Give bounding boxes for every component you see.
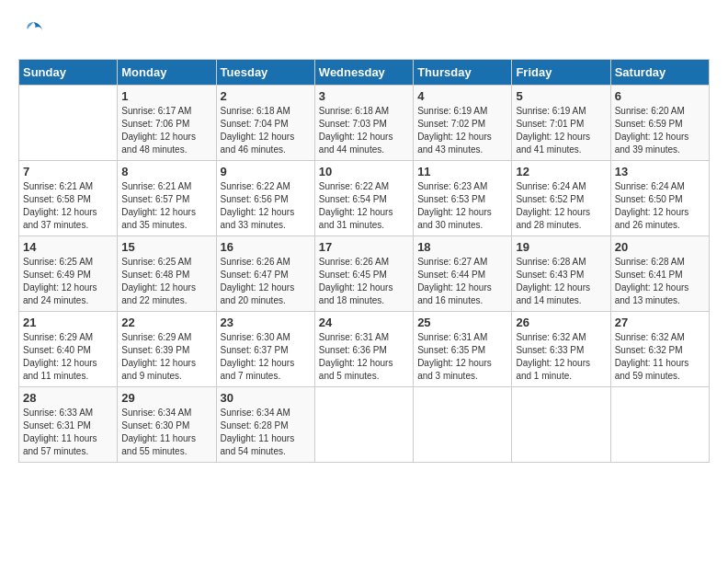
- day-info: Sunrise: 6:19 AM Sunset: 7:01 PM Dayligh…: [516, 105, 606, 156]
- day-number: 12: [516, 165, 606, 178]
- day-number: 13: [615, 165, 705, 178]
- day-info: Sunrise: 6:29 AM Sunset: 6:40 PM Dayligh…: [23, 331, 113, 383]
- calendar-cell: 17Sunrise: 6:26 AM Sunset: 6:45 PM Dayli…: [314, 236, 413, 312]
- calendar-cell: [512, 387, 610, 463]
- day-number: 18: [417, 240, 507, 254]
- day-number: 4: [417, 89, 507, 103]
- calendar-cell: 15Sunrise: 6:25 AM Sunset: 6:48 PM Dayli…: [118, 236, 216, 312]
- day-info: Sunrise: 6:22 AM Sunset: 6:54 PM Dayligh…: [319, 180, 409, 232]
- calendar-cell: 18Sunrise: 6:27 AM Sunset: 6:44 PM Dayli…: [414, 236, 512, 312]
- logo-bird-icon: [20, 18, 46, 50]
- day-info: Sunrise: 6:22 AM Sunset: 6:56 PM Dayligh…: [221, 180, 311, 232]
- header: [18, 18, 710, 50]
- day-number: 17: [319, 240, 409, 254]
- calendar-cell: 26Sunrise: 6:32 AM Sunset: 6:33 PM Dayli…: [512, 312, 610, 387]
- calendar-cell: 4Sunrise: 6:19 AM Sunset: 7:02 PM Daylig…: [414, 86, 512, 161]
- day-info: Sunrise: 6:26 AM Sunset: 6:45 PM Dayligh…: [319, 256, 409, 307]
- day-info: Sunrise: 6:34 AM Sunset: 6:28 PM Dayligh…: [221, 407, 311, 458]
- calendar-cell: 14Sunrise: 6:25 AM Sunset: 6:49 PM Dayli…: [19, 236, 118, 312]
- day-info: Sunrise: 6:30 AM Sunset: 6:37 PM Dayligh…: [221, 331, 311, 383]
- calendar-cell: 9Sunrise: 6:22 AM Sunset: 6:56 PM Daylig…: [216, 161, 314, 236]
- weekday-header-wednesday: Wednesday: [314, 60, 413, 86]
- day-number: 11: [417, 165, 507, 178]
- day-info: Sunrise: 6:17 AM Sunset: 7:06 PM Dayligh…: [121, 105, 211, 156]
- calendar-cell: 30Sunrise: 6:34 AM Sunset: 6:28 PM Dayli…: [216, 387, 314, 463]
- weekday-header-thursday: Thursday: [414, 60, 512, 86]
- calendar-cell: 13Sunrise: 6:24 AM Sunset: 6:50 PM Dayli…: [610, 161, 709, 236]
- day-number: 6: [615, 89, 705, 103]
- day-info: Sunrise: 6:26 AM Sunset: 6:47 PM Dayligh…: [221, 256, 311, 307]
- day-info: Sunrise: 6:28 AM Sunset: 6:41 PM Dayligh…: [615, 256, 705, 307]
- day-number: 19: [516, 240, 606, 254]
- day-number: 3: [319, 89, 409, 103]
- day-info: Sunrise: 6:21 AM Sunset: 6:58 PM Dayligh…: [23, 180, 113, 232]
- day-number: 29: [121, 391, 211, 405]
- day-info: Sunrise: 6:27 AM Sunset: 6:44 PM Dayligh…: [417, 256, 507, 307]
- weekday-header-sunday: Sunday: [19, 60, 118, 86]
- day-info: Sunrise: 6:19 AM Sunset: 7:02 PM Dayligh…: [417, 105, 507, 156]
- calendar-cell: [414, 387, 512, 463]
- day-number: 7: [23, 165, 113, 178]
- day-info: Sunrise: 6:33 AM Sunset: 6:31 PM Dayligh…: [23, 407, 113, 458]
- day-number: 16: [221, 240, 311, 254]
- day-info: Sunrise: 6:25 AM Sunset: 6:49 PM Dayligh…: [23, 256, 113, 307]
- day-info: Sunrise: 6:32 AM Sunset: 6:32 PM Dayligh…: [615, 331, 705, 383]
- day-info: Sunrise: 6:28 AM Sunset: 6:43 PM Dayligh…: [516, 256, 606, 307]
- day-number: 30: [221, 391, 311, 405]
- day-info: Sunrise: 6:18 AM Sunset: 7:04 PM Dayligh…: [221, 105, 311, 156]
- calendar-table: SundayMondayTuesdayWednesdayThursdayFrid…: [18, 59, 710, 463]
- day-info: Sunrise: 6:34 AM Sunset: 6:30 PM Dayligh…: [121, 407, 211, 458]
- day-info: Sunrise: 6:32 AM Sunset: 6:33 PM Dayligh…: [516, 331, 606, 383]
- day-number: 26: [516, 316, 606, 329]
- calendar-cell: 25Sunrise: 6:31 AM Sunset: 6:35 PM Dayli…: [414, 312, 512, 387]
- weekday-header-tuesday: Tuesday: [216, 60, 314, 86]
- calendar-cell: 11Sunrise: 6:23 AM Sunset: 6:53 PM Dayli…: [414, 161, 512, 236]
- calendar-cell: [314, 387, 413, 463]
- day-number: 25: [417, 316, 507, 329]
- calendar-cell: 16Sunrise: 6:26 AM Sunset: 6:47 PM Dayli…: [216, 236, 314, 312]
- calendar-cell: 23Sunrise: 6:30 AM Sunset: 6:37 PM Dayli…: [216, 312, 314, 387]
- calendar-cell: 20Sunrise: 6:28 AM Sunset: 6:41 PM Dayli…: [610, 236, 709, 312]
- day-number: 28: [23, 391, 113, 405]
- day-info: Sunrise: 6:23 AM Sunset: 6:53 PM Dayligh…: [417, 180, 507, 232]
- day-number: 21: [23, 316, 113, 329]
- day-info: Sunrise: 6:20 AM Sunset: 6:59 PM Dayligh…: [615, 105, 705, 156]
- weekday-header-monday: Monday: [118, 60, 216, 86]
- calendar-cell: 1Sunrise: 6:17 AM Sunset: 7:06 PM Daylig…: [118, 86, 216, 161]
- day-number: 24: [319, 316, 409, 329]
- calendar-cell: 3Sunrise: 6:18 AM Sunset: 7:03 PM Daylig…: [314, 86, 413, 161]
- day-number: 15: [121, 240, 211, 254]
- day-number: 1: [121, 89, 211, 103]
- calendar-cell: 28Sunrise: 6:33 AM Sunset: 6:31 PM Dayli…: [19, 387, 118, 463]
- day-number: 20: [615, 240, 705, 254]
- calendar-cell: 12Sunrise: 6:24 AM Sunset: 6:52 PM Dayli…: [512, 161, 610, 236]
- day-number: 8: [121, 165, 211, 178]
- day-number: 2: [221, 89, 311, 103]
- day-info: Sunrise: 6:24 AM Sunset: 6:50 PM Dayligh…: [615, 180, 705, 232]
- day-number: 23: [221, 316, 311, 329]
- day-info: Sunrise: 6:21 AM Sunset: 6:57 PM Dayligh…: [121, 180, 211, 232]
- day-number: 14: [23, 240, 113, 254]
- day-number: 22: [121, 316, 211, 329]
- day-info: Sunrise: 6:25 AM Sunset: 6:48 PM Dayligh…: [121, 256, 211, 307]
- calendar-cell: 19Sunrise: 6:28 AM Sunset: 6:43 PM Dayli…: [512, 236, 610, 312]
- day-info: Sunrise: 6:24 AM Sunset: 6:52 PM Dayligh…: [516, 180, 606, 232]
- day-number: 27: [615, 316, 705, 329]
- calendar-cell: 10Sunrise: 6:22 AM Sunset: 6:54 PM Dayli…: [314, 161, 413, 236]
- day-info: Sunrise: 6:29 AM Sunset: 6:39 PM Dayligh…: [121, 331, 211, 383]
- calendar-cell: 6Sunrise: 6:20 AM Sunset: 6:59 PM Daylig…: [610, 86, 709, 161]
- calendar-cell: 29Sunrise: 6:34 AM Sunset: 6:30 PM Dayli…: [118, 387, 216, 463]
- logo: [18, 18, 46, 50]
- calendar-cell: 22Sunrise: 6:29 AM Sunset: 6:39 PM Dayli…: [118, 312, 216, 387]
- day-info: Sunrise: 6:18 AM Sunset: 7:03 PM Dayligh…: [319, 105, 409, 156]
- weekday-header-friday: Friday: [512, 60, 610, 86]
- calendar-cell: 7Sunrise: 6:21 AM Sunset: 6:58 PM Daylig…: [19, 161, 118, 236]
- calendar-cell: 21Sunrise: 6:29 AM Sunset: 6:40 PM Dayli…: [19, 312, 118, 387]
- day-info: Sunrise: 6:31 AM Sunset: 6:36 PM Dayligh…: [319, 331, 409, 383]
- day-info: Sunrise: 6:31 AM Sunset: 6:35 PM Dayligh…: [417, 331, 507, 383]
- calendar-cell: 2Sunrise: 6:18 AM Sunset: 7:04 PM Daylig…: [216, 86, 314, 161]
- calendar-cell: 24Sunrise: 6:31 AM Sunset: 6:36 PM Dayli…: [314, 312, 413, 387]
- calendar-cell: [19, 86, 118, 161]
- calendar-cell: [610, 387, 709, 463]
- calendar-cell: 8Sunrise: 6:21 AM Sunset: 6:57 PM Daylig…: [118, 161, 216, 236]
